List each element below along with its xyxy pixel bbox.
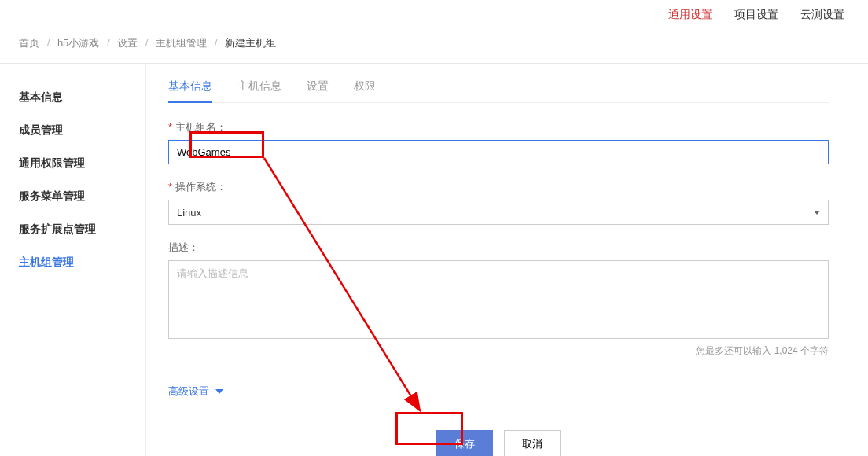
top-nav: 通用设置 项目设置 云测设置 xyxy=(0,0,868,28)
breadcrumb-h5[interactable]: h5小游戏 xyxy=(57,37,99,49)
tab-permissions[interactable]: 权限 xyxy=(354,79,376,102)
button-row: 保存 取消 xyxy=(168,430,829,456)
sidebar-item-perm[interactable]: 通用权限管理 xyxy=(19,147,145,180)
advanced-label: 高级设置 xyxy=(168,384,209,399)
chevron-down-icon xyxy=(215,389,223,394)
breadcrumb-current: 新建主机组 xyxy=(225,37,276,49)
tab-hostinfo[interactable]: 主机信息 xyxy=(237,79,281,102)
main-panel: 基本信息 主机信息 设置 权限 *主机组名： *操作系统： Linux 描述： … xyxy=(145,64,868,456)
breadcrumb-separator: / xyxy=(215,37,218,49)
breadcrumb-home[interactable]: 首页 xyxy=(19,37,39,49)
topnav-project[interactable]: 项目设置 xyxy=(734,8,778,22)
breadcrumb-separator: / xyxy=(145,37,149,49)
required-icon: * xyxy=(168,181,172,193)
desc-textarea[interactable] xyxy=(168,260,829,339)
sidebar-item-service-menu[interactable]: 服务菜单管理 xyxy=(19,180,145,213)
tab-settings[interactable]: 设置 xyxy=(307,79,329,102)
sidebar: 基本信息 成员管理 通用权限管理 服务菜单管理 服务扩展点管理 主机组管理 xyxy=(0,64,145,456)
char-count-hint: 您最多还可以输入 1,024 个字符 xyxy=(168,344,829,358)
sidebar-item-basic[interactable]: 基本信息 xyxy=(19,81,145,114)
os-select[interactable]: Linux xyxy=(168,200,829,225)
breadcrumb-settings[interactable]: 设置 xyxy=(117,37,138,49)
breadcrumb-separator: / xyxy=(107,37,110,49)
advanced-toggle[interactable]: 高级设置 xyxy=(168,384,223,399)
tab-basic[interactable]: 基本信息 xyxy=(168,79,212,103)
required-icon: * xyxy=(168,121,172,133)
topnav-general[interactable]: 通用设置 xyxy=(668,8,712,22)
os-label: *操作系统： xyxy=(168,180,829,194)
breadcrumb: 首页 / h5小游戏 / 设置 / 主机组管理 / 新建主机组 xyxy=(0,28,868,64)
desc-label: 描述： xyxy=(168,241,829,255)
sidebar-item-hostgroup[interactable]: 主机组管理 xyxy=(19,246,145,279)
hostgroup-input[interactable] xyxy=(168,140,829,164)
breadcrumb-hostgroup[interactable]: 主机组管理 xyxy=(156,37,207,49)
cancel-button[interactable]: 取消 xyxy=(504,430,561,456)
hostgroup-label: *主机组名： xyxy=(168,120,829,134)
sidebar-item-service-ext[interactable]: 服务扩展点管理 xyxy=(19,213,145,246)
os-selected-value: Linux xyxy=(177,207,201,219)
tabs: 基本信息 主机信息 设置 权限 xyxy=(168,79,829,103)
caret-down-icon xyxy=(814,211,820,215)
sidebar-item-members[interactable]: 成员管理 xyxy=(19,114,145,147)
breadcrumb-separator: / xyxy=(47,37,50,49)
save-button[interactable]: 保存 xyxy=(436,430,493,456)
topnav-cloud[interactable]: 云测设置 xyxy=(800,8,844,22)
